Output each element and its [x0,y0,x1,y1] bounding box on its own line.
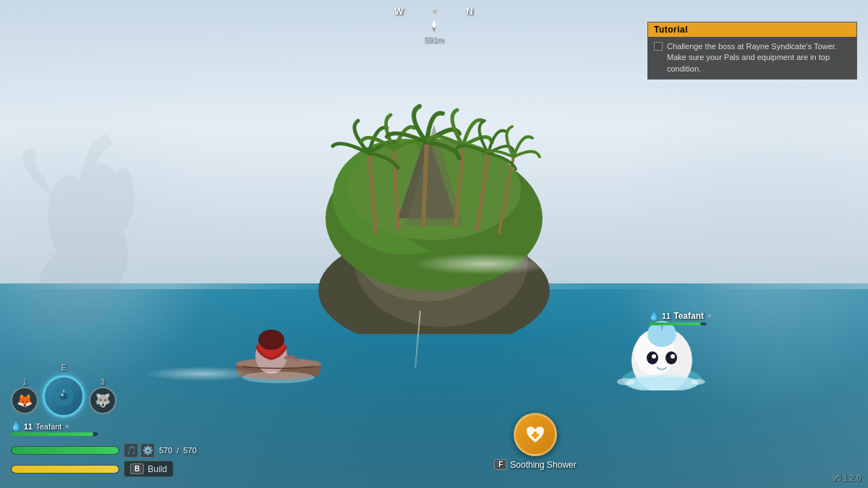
svg-point-25 [629,377,694,390]
tealant-stars: ✦ [707,312,712,320]
tealant-nametag: 💧 11 Teafant ✦ [649,311,712,325]
boat-wake [412,253,557,275]
svg-point-27 [691,379,705,385]
player-character [231,318,318,376]
tealant-creature [615,318,709,383]
svg-point-22 [652,354,656,359]
svg-point-23 [671,354,675,359]
tealant-hp-bar [649,322,707,325]
tealant-hp-fill [649,322,701,325]
boat-wake-splash [145,367,260,381]
tealant-name: Teafant [673,311,704,321]
tealant-water-icon: 💧 [649,312,659,321]
game-world: 💧 11 Teafant ✦ [0,0,868,488]
svg-point-14 [258,330,284,350]
dino-silhouette [14,122,145,325]
svg-point-26 [617,378,634,385]
tealant-level: 11 [662,312,671,320]
